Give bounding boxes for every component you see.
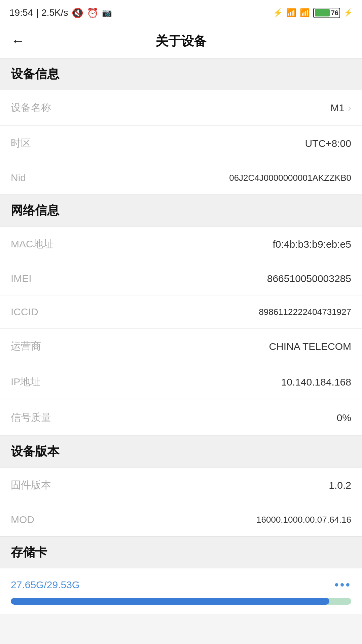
row-firmware: 固件版本 1.0.2 xyxy=(0,468,362,503)
label-imei: IMEI xyxy=(11,273,32,284)
section-device-version-header: 设备版本 xyxy=(0,436,362,468)
page-title: 关于设备 xyxy=(155,33,207,50)
storage-content: 27.65G/29.53G ••• xyxy=(0,568,362,614)
value-signal: 0% xyxy=(337,412,351,424)
label-ip: IP地址 xyxy=(11,375,40,389)
row-iccid: ICCID 8986112222404731927 xyxy=(0,295,362,329)
storage-progress-fill xyxy=(11,598,329,605)
app-icon: 📷 xyxy=(102,8,112,17)
value-imei: 866510050003285 xyxy=(267,273,351,284)
label-mac: MAC地址 xyxy=(11,237,53,251)
status-right: ⚡ 📶 📶 76 ⚡ xyxy=(273,8,353,18)
signal-icon: 📶 xyxy=(286,8,296,17)
value-firmware: 1.0.2 xyxy=(329,480,351,491)
section-device-info-header: 设备信息 xyxy=(0,58,362,90)
row-nid: Nid 06J2C4J0000000001AKZZKB0 xyxy=(0,161,362,195)
mute-icon: 🔇 xyxy=(72,7,83,18)
charging-icon: ⚡ xyxy=(343,8,353,17)
storage-progress-background xyxy=(11,598,351,605)
row-mac: MAC地址 f0:4b:b3:b9:eb:e5 xyxy=(0,227,362,262)
bluetooth-icon: ⚡ xyxy=(273,8,283,17)
time-display: 19:54 xyxy=(9,7,33,18)
status-left: 19:54 | 2.5K/s 🔇 ⏰ 📷 xyxy=(9,7,112,18)
value-ip: 10.140.184.168 xyxy=(281,376,351,388)
storage-more-button[interactable]: ••• xyxy=(334,578,351,592)
battery-fill xyxy=(315,9,330,16)
label-nid: Nid xyxy=(11,172,26,184)
label-mod: MOD xyxy=(11,514,34,525)
alarm-icon: ⏰ xyxy=(87,7,99,18)
storage-size-text: 27.65G/29.53G xyxy=(11,579,80,591)
label-device-name: 设备名称 xyxy=(11,101,51,115)
label-signal: 信号质量 xyxy=(11,411,51,425)
section-network-info-header: 网络信息 xyxy=(0,195,362,227)
row-imei: IMEI 866510050003285 xyxy=(0,262,362,295)
wifi-icon: 📶 xyxy=(300,8,310,17)
value-device-name: M1 › xyxy=(330,102,351,114)
bottom-space xyxy=(0,614,362,644)
status-bar: 19:54 | 2.5K/s 🔇 ⏰ 📷 ⚡ 📶 📶 76 ⚡ xyxy=(0,0,362,24)
value-mac: f0:4b:b3:b9:eb:e5 xyxy=(273,239,351,250)
row-timezone: 时区 UTC+8:00 xyxy=(0,126,362,161)
row-device-name[interactable]: 设备名称 M1 › xyxy=(0,90,362,126)
section-storage-header: 存储卡 xyxy=(0,536,362,568)
battery-text: 76 xyxy=(331,9,338,17)
value-timezone: UTC+8:00 xyxy=(305,138,351,149)
back-button[interactable]: ← xyxy=(11,33,25,49)
storage-top: 27.65G/29.53G ••• xyxy=(11,578,351,592)
value-iccid: 8986112222404731927 xyxy=(259,307,351,317)
row-ip: IP地址 10.140.184.168 xyxy=(0,364,362,400)
label-firmware: 固件版本 xyxy=(11,478,51,492)
value-mod: 16000.1000.00.07.64.16 xyxy=(256,515,351,525)
row-mod: MOD 16000.1000.00.07.64.16 xyxy=(0,503,362,536)
battery-indicator: 76 xyxy=(313,8,340,18)
value-carrier: CHINA TELECOM xyxy=(269,341,352,352)
chevron-device-name: › xyxy=(348,102,351,114)
label-iccid: ICCID xyxy=(11,306,38,318)
speed-display: | 2.5K/s xyxy=(36,7,68,18)
label-carrier: 运营商 xyxy=(11,339,41,353)
row-signal: 信号质量 0% xyxy=(0,400,362,436)
row-carrier: 运营商 CHINA TELECOM xyxy=(0,329,362,364)
value-nid: 06J2C4J0000000001AKZZKB0 xyxy=(229,173,351,183)
page-header: ← 关于设备 xyxy=(0,24,362,58)
label-timezone: 时区 xyxy=(11,136,31,150)
